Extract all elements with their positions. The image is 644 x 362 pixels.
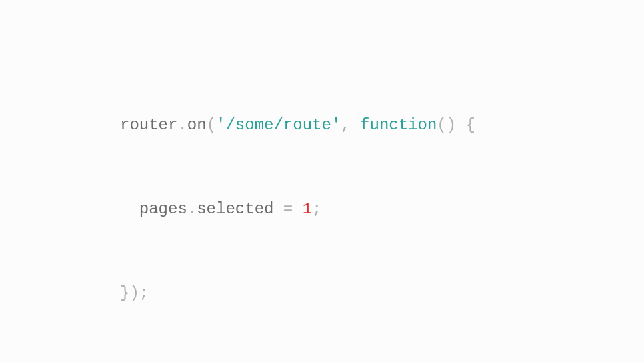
open-paren: ( — [207, 116, 216, 134]
keyword-function: function — [360, 116, 437, 134]
code-line-1: router.on('/some/route', function() { — [120, 83, 475, 139]
semicolon: ; — [139, 284, 149, 302]
identifier-pages: pages — [139, 200, 187, 218]
method-on: on — [187, 116, 207, 134]
code-snippet: router.on('/some/route', function() { pa… — [120, 27, 475, 335]
property-selected: selected — [197, 200, 273, 218]
string-route: '/some/route' — [216, 116, 341, 134]
code-line-2: pages.selected = 1; — [120, 195, 475, 223]
number-literal: 1 — [303, 200, 312, 218]
dot: . — [187, 200, 197, 218]
comma: , — [341, 116, 360, 134]
empty-parens: () — [437, 116, 456, 134]
identifier-router: router — [120, 116, 177, 134]
dot: . — [177, 116, 187, 134]
brace-close: } — [120, 284, 129, 302]
brace-open: { — [456, 116, 475, 134]
equals: = — [273, 200, 302, 218]
semicolon: ; — [312, 200, 321, 218]
close-paren: ) — [129, 284, 139, 302]
code-line-3: }); — [120, 279, 475, 307]
